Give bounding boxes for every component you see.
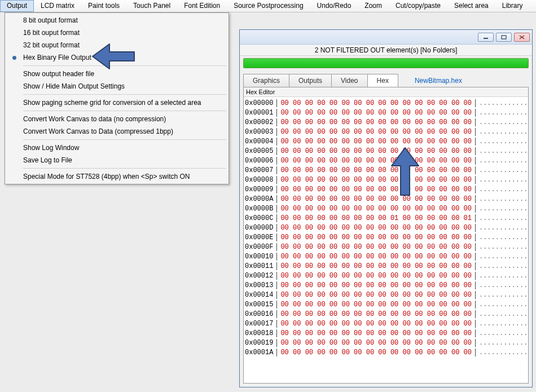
hex-bytes[interactable]: 00 00 00 00 00 00 00 00 00 00 00 00 00 0… (277, 329, 476, 337)
hex-row[interactable]: 0x0000000 00 00 00 00 00 00 00 00 00 00 … (245, 98, 527, 108)
hex-bytes[interactable]: 00 00 00 00 00 00 00 00 00 00 00 00 00 0… (277, 157, 476, 165)
hex-row[interactable]: 0x0001700 00 00 00 00 00 00 00 00 00 00 … (245, 319, 527, 328)
minimize-button[interactable] (478, 33, 494, 42)
menu-item-convert-work-canvas-to-data-compressed-1bpp[interactable]: Convert Work Canvas to Data (compressed … (6, 125, 227, 138)
hex-bytes[interactable]: 00 00 00 00 00 00 00 00 00 00 00 00 00 0… (277, 205, 476, 213)
hex-row[interactable]: 0x0001300 00 00 00 00 00 00 00 00 00 00 … (245, 280, 527, 290)
hex-ascii: ................ (476, 147, 528, 155)
output-dropdown[interactable]: 8 bit output format16 bit ouput format32… (5, 12, 229, 184)
menu-cut-copy-paste[interactable]: Cut/copy/paste (389, 0, 447, 12)
hex-bytes[interactable]: 00 00 00 00 00 00 00 00 00 00 00 00 00 0… (277, 234, 476, 241)
menu-item-save-log-to-file[interactable]: Save Log to File (6, 154, 227, 166)
menu-item-label: 16 bit ouput format (22, 29, 227, 37)
tab-video[interactable]: Video (331, 74, 367, 87)
menu-touch-panel[interactable]: Touch Panel (126, 0, 177, 12)
hex-row[interactable]: 0x0000F00 00 00 00 00 00 00 00 00 00 00 … (245, 242, 527, 252)
hex-row[interactable]: 0x0000B00 00 00 00 00 00 00 00 00 00 00 … (245, 204, 527, 213)
hex-bytes[interactable]: 00 00 00 00 00 00 00 00 00 00 00 00 00 0… (277, 301, 476, 309)
hex-row[interactable]: 0x0000600 00 00 00 00 00 00 00 00 00 00 … (245, 156, 527, 165)
hex-row[interactable]: 0x0000900 00 00 00 00 00 00 00 00 00 00 … (245, 184, 527, 194)
hex-row[interactable]: 0x0001100 00 00 00 00 00 00 00 00 00 00 … (245, 261, 527, 271)
menu-library[interactable]: Library (495, 0, 530, 12)
hex-row[interactable]: 0x0000200 00 00 00 00 00 00 00 00 00 00 … (245, 117, 527, 127)
hex-row[interactable]: 0x0000500 00 00 00 00 00 00 00 00 00 00 … (245, 146, 527, 156)
menu-zoom[interactable]: Zoom (358, 0, 389, 12)
hex-row[interactable]: 0x0001200 00 00 00 00 00 00 00 00 00 00 … (245, 271, 527, 280)
hex-row[interactable]: 0x0000A00 00 00 00 00 00 00 00 00 00 00 … (245, 194, 527, 204)
hex-row[interactable]: 0x0000400 00 00 00 00 00 00 00 00 00 00 … (245, 136, 527, 146)
hex-bytes[interactable]: 00 00 00 00 00 00 00 00 00 00 00 00 00 0… (277, 138, 476, 146)
menu-item-special-mode-for-st7528-4bpp-when-sp-switch-on[interactable]: Special Mode for ST7528 (4bpp) when <Sp>… (6, 170, 227, 183)
hex-bytes[interactable]: 00 00 00 00 00 00 00 00 00 00 00 00 00 0… (277, 128, 476, 136)
tab-hex[interactable]: Hex (367, 74, 398, 87)
hex-row[interactable]: 0x0000100 00 00 00 00 00 00 00 00 00 00 … (245, 108, 527, 117)
hex-row[interactable]: 0x0001A00 00 00 00 00 00 00 00 00 00 00 … (245, 347, 527, 357)
menu-item-show-output-header-file[interactable]: Show output header file (6, 68, 227, 80)
hex-row[interactable]: 0x0000C00 00 00 00 00 00 00 00 00 01 00 … (245, 213, 527, 223)
hex-bytes[interactable]: 00 00 00 00 00 00 00 00 00 00 00 00 00 0… (277, 272, 476, 280)
hex-address: 0x00003 (245, 128, 277, 136)
close-button[interactable] (514, 33, 530, 42)
menu-font-edition[interactable]: Font Edition (177, 0, 227, 12)
hex-row[interactable]: 0x0001000 00 00 00 00 00 00 00 00 00 00 … (245, 252, 527, 261)
maximize-button[interactable] (496, 33, 512, 42)
hex-row[interactable]: 0x0001400 00 00 00 00 00 00 00 00 00 00 … (245, 290, 527, 299)
hex-row[interactable]: 0x0001800 00 00 00 00 00 00 00 00 00 00 … (245, 328, 527, 338)
hex-bytes[interactable]: 00 00 00 00 00 00 00 00 00 00 00 00 00 0… (277, 109, 476, 117)
hex-row[interactable]: 0x0000700 00 00 00 00 00 00 00 00 00 00 … (245, 165, 527, 175)
menu-item-convert-work-canvas-to-data-no-compression[interactable]: Convert Work Canvas to data (no compress… (6, 113, 227, 125)
hex-address: 0x00007 (245, 166, 277, 174)
hex-bytes[interactable]: 00 00 00 00 00 00 00 00 00 00 00 00 00 0… (277, 118, 476, 126)
open-file-link[interactable]: NewBitmap.hex (408, 74, 469, 87)
hex-bytes[interactable]: 00 00 00 00 00 00 00 00 00 00 00 00 00 0… (277, 349, 476, 356)
menu-item-show-log-window[interactable]: Show Log Window (6, 142, 227, 154)
menu-item-hex-binary-file-output[interactable]: Hex Binary File Output (6, 51, 227, 64)
tab-outputs[interactable]: Outputs (289, 74, 332, 87)
menu-paint-tools[interactable]: Paint tools (81, 0, 126, 12)
hex-ascii: ................ (476, 329, 528, 337)
hex-row[interactable]: 0x0000D00 00 00 00 00 00 00 00 00 00 00 … (245, 223, 527, 232)
hex-bytes[interactable]: 00 00 00 00 00 00 00 00 00 00 00 00 00 0… (277, 262, 476, 270)
hex-row[interactable]: 0x0001900 00 00 00 00 00 00 00 00 00 00 … (245, 338, 527, 347)
hex-bytes[interactable]: 00 00 00 00 00 00 00 00 00 00 00 00 00 0… (277, 243, 476, 251)
hex-row[interactable]: 0x0001500 00 00 00 00 00 00 00 00 00 00 … (245, 299, 527, 309)
hex-bytes[interactable]: 00 00 00 00 00 00 00 00 00 00 00 00 00 0… (277, 186, 476, 193)
hex-editor[interactable]: 0x0000000 00 00 00 00 00 00 00 00 00 00 … (244, 97, 528, 383)
hex-bytes[interactable]: 00 00 00 00 00 00 00 00 00 00 00 00 00 0… (277, 281, 476, 289)
hex-bytes[interactable]: 00 00 00 00 00 00 00 00 00 00 00 00 00 0… (277, 166, 476, 174)
hex-bytes[interactable]: 00 00 00 00 00 00 00 00 00 00 00 00 00 0… (277, 147, 476, 155)
menu-undo-redo[interactable]: Undo/Redo (310, 0, 358, 12)
hex-ascii: ................ (476, 118, 528, 126)
child-window-titlebar[interactable] (240, 30, 532, 45)
hex-bytes[interactable]: 00 00 00 00 00 00 00 00 00 00 00 00 00 0… (277, 253, 476, 261)
hex-bytes[interactable]: 00 00 00 00 00 00 00 00 00 01 00 00 00 0… (277, 214, 476, 222)
menu-item-8-bit-output-format[interactable]: 8 bit output format (6, 14, 227, 27)
menu-lcd-matrix[interactable]: LCD matrix (34, 0, 81, 12)
hex-bytes[interactable]: 00 00 00 00 00 00 00 00 00 00 00 00 00 0… (277, 291, 476, 299)
menu-output[interactable]: Output (0, 0, 34, 12)
menu-item-show-hide-main-output-settings[interactable]: Show / Hide Main Output Settings (6, 80, 227, 93)
menu-item-32-bit-ouput-format[interactable]: 32 bit ouput format (6, 39, 227, 51)
hex-bytes[interactable]: 00 00 00 00 00 00 00 00 00 00 00 00 00 0… (277, 339, 476, 347)
hex-row[interactable]: 0x0000300 00 00 00 00 00 00 00 00 00 00 … (245, 127, 527, 136)
hex-bytes[interactable]: 00 00 00 00 00 00 00 00 00 00 00 00 00 0… (277, 310, 476, 318)
menu-item-16-bit-ouput-format[interactable]: 16 bit ouput format (6, 27, 227, 39)
menu-item-show-paging-scheme-grid-for-conversion-of-a-selected-area[interactable]: Show paging scheme grid for conversion o… (6, 96, 227, 109)
hex-row[interactable]: 0x0001600 00 00 00 00 00 00 00 00 00 00 … (245, 309, 527, 319)
hex-ascii: ................ (476, 214, 528, 222)
tab-graphics[interactable]: Graphics (243, 74, 289, 87)
menu-animation[interactable]: Animation (529, 0, 536, 12)
hex-ascii: ................ (476, 339, 528, 347)
hex-bytes[interactable]: 00 00 00 00 00 00 00 00 00 00 00 00 00 0… (277, 176, 476, 184)
hex-row[interactable]: 0x0000E00 00 00 00 00 00 00 00 00 00 00 … (245, 232, 527, 242)
hex-bytes[interactable]: 00 00 00 00 00 00 00 00 00 00 00 00 00 0… (277, 99, 476, 107)
hex-bytes[interactable]: 00 00 00 00 00 00 00 00 00 00 00 00 00 0… (277, 320, 476, 328)
menu-select-area[interactable]: Select area (447, 0, 495, 12)
hex-bytes[interactable]: 00 00 00 00 00 00 00 00 00 00 00 00 00 0… (277, 224, 476, 232)
hex-bytes[interactable]: 00 00 00 00 00 00 00 00 00 00 00 00 00 0… (277, 195, 476, 203)
tabstrip[interactable]: GraphicsOutputsVideoHexNewBitmap.hex (240, 71, 532, 87)
hex-row[interactable]: 0x0000800 00 00 00 00 00 00 00 00 00 00 … (245, 175, 527, 184)
menu-source-postprocessing[interactable]: Source Postprocessing (227, 0, 310, 12)
hex-ascii: ................ (476, 243, 528, 251)
menubar[interactable]: OutputLCD matrixPaint toolsTouch PanelFo… (0, 0, 536, 12)
